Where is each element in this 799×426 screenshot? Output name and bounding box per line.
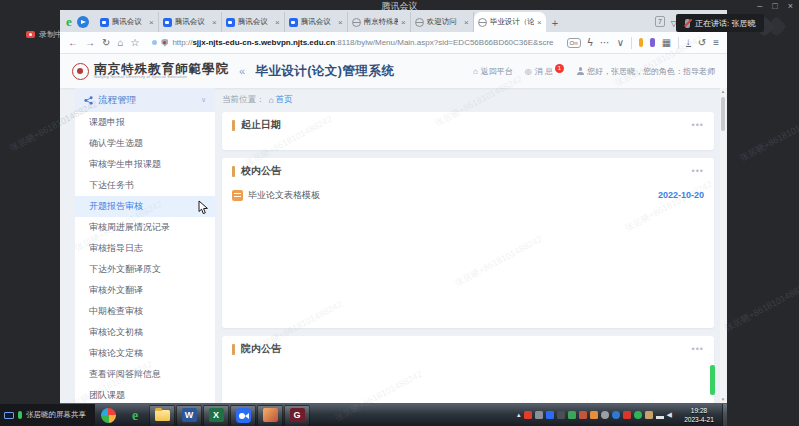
taskbar-app-browser[interactable]: e	[122, 405, 148, 426]
apps-grid-icon[interactable]: ▦	[662, 37, 671, 48]
extension-purple-icon[interactable]	[650, 38, 655, 47]
more-icon[interactable]: ⋯	[600, 37, 610, 48]
favorites-icon[interactable]: ☆	[130, 37, 139, 48]
notice-item[interactable]: 毕业论文表格模板 2022-10-20	[222, 184, 714, 206]
close-button[interactable]: ×	[788, 1, 793, 12]
page-scrollbar[interactable]: ▴ ▾	[720, 88, 726, 403]
dropdown-icon[interactable]: ∨	[617, 37, 624, 48]
taskbar-app-explorer[interactable]	[149, 405, 175, 426]
tray-bluetooth-icon[interactable]	[612, 411, 620, 419]
taskbar-app-meeting[interactable]	[230, 405, 256, 426]
tray-360-icon[interactable]	[524, 411, 532, 419]
tray-input-icon[interactable]	[535, 411, 543, 419]
tab-close-icon[interactable]: ×	[338, 18, 343, 27]
sidebar-item-first-draft[interactable]: 审核论文初稿	[75, 322, 215, 343]
back-icon[interactable]: ←	[68, 37, 78, 48]
tray-clock[interactable]: 19:28 2023-4-21	[676, 406, 722, 425]
sidebar-item-confirm-topic[interactable]: 确认学生选题	[75, 133, 215, 154]
taskbar-app-360safety[interactable]	[95, 405, 121, 426]
tray-browser-icon[interactable]	[579, 411, 587, 419]
tray-briefcase-icon[interactable]	[645, 411, 653, 419]
cursor-pointer-icon	[198, 200, 209, 215]
card-more-icon[interactable]: •••	[692, 166, 704, 176]
sidebar-item-topic-declare[interactable]: 课题申报	[75, 112, 215, 133]
card-title: 起止日期	[241, 118, 281, 132]
password-key-icon[interactable]: On	[567, 38, 581, 48]
minimize-button[interactable]: –	[757, 1, 762, 12]
sidebar-item-review-student-topic[interactable]: 审核学生申报课题	[75, 154, 215, 175]
sidebar-item-foreign-translation[interactable]: 审核外文翻译	[75, 280, 215, 301]
sidebar-item-task-book[interactable]: 下达任务书	[75, 175, 215, 196]
tray-shield-icon[interactable]	[568, 411, 576, 419]
sidebar-item-weekly-progress[interactable]: 审核周进展情况记录	[75, 217, 215, 238]
tray-dark-icon[interactable]	[557, 411, 565, 419]
download-icon[interactable]: ↓	[686, 38, 691, 47]
menu-icon[interactable]: ≡	[713, 37, 719, 48]
tray-volume-icon[interactable]: ◀	[667, 411, 672, 419]
card-more-icon[interactable]: •••	[692, 120, 704, 130]
tab-close-icon[interactable]: ×	[464, 18, 469, 27]
browser-tab[interactable]: 腾讯会议 ×	[222, 12, 285, 32]
tab-close-icon[interactable]: ×	[212, 18, 217, 27]
tray-dot-icon[interactable]	[601, 411, 609, 419]
tray-expand-icon[interactable]: ▴	[517, 411, 521, 419]
home-icon[interactable]: ⌂	[117, 37, 123, 48]
sidebar-item-foreign-original[interactable]: 下达外文翻译原文	[75, 259, 215, 280]
bolt-icon[interactable]: ϟ	[588, 37, 593, 48]
breadcrumb-label: 当前位置：	[222, 94, 265, 106]
browser-profile-icon[interactable]	[77, 16, 89, 28]
sidebar-item-team-topic[interactable]: 团队课题	[75, 385, 215, 403]
tab-close-icon[interactable]: ×	[401, 18, 406, 27]
sync-icon[interactable]: ↺	[698, 37, 706, 48]
tray-meeting-icon[interactable]	[546, 411, 554, 419]
browser-tab[interactable]: 欢迎访问 ×	[411, 12, 474, 32]
meeting-favicon	[226, 18, 235, 27]
session-restore-icon[interactable]: 7	[655, 16, 665, 27]
card-accent-bar	[232, 120, 235, 131]
notice-title[interactable]: 毕业论文表格模板	[248, 189, 320, 202]
scroll-down-icon[interactable]: ▾	[720, 396, 726, 403]
sidebar-item-guidance-log[interactable]: 审核指导日志	[75, 238, 215, 259]
new-tab-button[interactable]: +	[552, 17, 558, 29]
collapse-sidebar-icon[interactable]: «	[239, 65, 245, 77]
taskbar-app-g[interactable]: G	[284, 405, 310, 426]
sidebar: 流程管理 ∨ 课题申报 确认学生选题 审核学生申报课题 下达任务书 开题报告审核…	[75, 88, 215, 403]
browser-tab[interactable]: 南京特殊教... ×	[348, 12, 411, 32]
messages-link[interactable]: ◎ 消 息 1	[525, 66, 564, 77]
taskbar-app-photos[interactable]	[257, 405, 283, 426]
tab-close-icon[interactable]: ×	[275, 18, 280, 27]
browser-tab-active[interactable]: 毕业设计（论 ×	[474, 12, 546, 32]
forward-icon[interactable]: →	[85, 37, 95, 48]
sidebar-section-process[interactable]: 流程管理 ∨	[75, 88, 215, 112]
sidebar-section-label: 流程管理	[98, 94, 136, 107]
browser-tab[interactable]: 腾讯会议 ×	[285, 12, 348, 32]
sidebar-item-midterm-check[interactable]: 中期检查审核	[75, 301, 215, 322]
scrollbar-thumb[interactable]	[721, 97, 725, 131]
tab-close-icon[interactable]: ×	[149, 18, 154, 27]
browser-tab[interactable]: 腾讯会议 ×	[96, 12, 159, 32]
refresh-icon[interactable]: ↻	[102, 37, 110, 48]
meeting-app-icon	[236, 408, 251, 423]
taskbar-app-excel[interactable]: X	[203, 405, 229, 426]
url-text[interactable]: http://sjjx-njts-edu-cn-s.webvpn.njts.ed…	[172, 38, 553, 47]
sidebar-item-final-draft[interactable]: 审核论文定稿	[75, 343, 215, 364]
browser-logo-icon[interactable]: e	[66, 12, 72, 32]
url-field[interactable]: http://sjjx-njts-edu-cn-s.webvpn.njts.ed…	[146, 35, 559, 51]
tray-green-icon[interactable]	[634, 411, 642, 419]
sidebar-item-proposal-review[interactable]: 开题报告审核	[75, 196, 215, 217]
return-platform-link[interactable]: ⌂ 返回平台	[473, 66, 513, 77]
sidebar-item-defense-info[interactable]: 查看评阅答辩信息	[75, 364, 215, 385]
show-desktop-button[interactable]	[722, 404, 727, 426]
tab-label: 腾讯会议	[112, 17, 146, 27]
tray-fox-icon[interactable]	[590, 411, 598, 419]
extension-orange-icon[interactable]	[639, 38, 644, 47]
tab-close-icon[interactable]: ×	[537, 18, 542, 27]
scroll-up-icon[interactable]: ▴	[720, 88, 726, 95]
tray-network-icon[interactable]	[656, 411, 664, 419]
tray-red5-icon[interactable]	[623, 411, 631, 419]
card-more-icon[interactable]: •••	[692, 344, 704, 354]
restore-button[interactable]: □	[772, 1, 777, 12]
browser-tab[interactable]: 腾讯会议 ×	[159, 12, 222, 32]
breadcrumb-home-link[interactable]: ⌂ 首页	[269, 94, 293, 106]
taskbar-app-word[interactable]: W	[176, 405, 202, 426]
